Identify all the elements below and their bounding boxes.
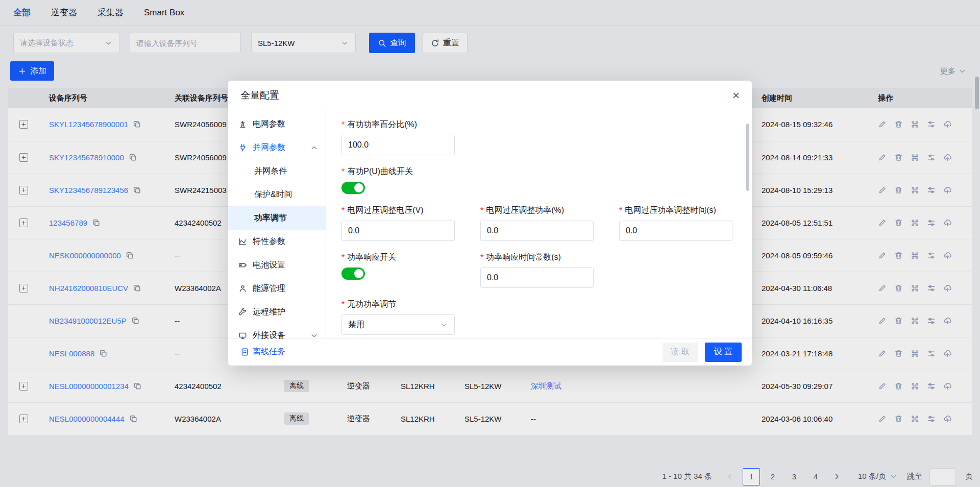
menu-item-label: 并网参数: [253, 142, 285, 153]
menu-item-label: 特性参数: [253, 236, 285, 247]
required-mark: *: [341, 206, 345, 215]
menu-item-label: 外接设备: [253, 330, 285, 341]
config-menu-item[interactable]: 并网条件: [228, 159, 326, 183]
remote-maintenance-icon: [238, 308, 247, 316]
required-mark: *: [480, 253, 483, 262]
field-label: 有功P(U)曲线开关: [347, 166, 413, 177]
config-menu-item[interactable]: 保护&时间: [228, 183, 326, 206]
switch-knob: [354, 183, 363, 192]
form-row: * 功率响应开关 * 功率响应时间常数(s): [341, 252, 737, 288]
power-response-time-input[interactable]: [480, 267, 594, 288]
field-pu-curve-switch: * 有功P(U)曲线开关: [341, 166, 480, 194]
ov-voltage-input[interactable]: [341, 221, 455, 241]
chevron-up-icon: [310, 143, 318, 152]
config-menu-item[interactable]: 外接设备: [228, 324, 326, 347]
field-label: 电网过压调整电压(V): [347, 205, 423, 216]
chevron-down-icon: [439, 321, 448, 329]
offline-task-link[interactable]: 离线任务: [240, 347, 285, 357]
active-power-pct-input[interactable]: [341, 135, 455, 155]
reactive-power-select[interactable]: 禁用: [341, 314, 455, 335]
document-icon: [240, 348, 249, 356]
form-row: * 有功P(U)曲线开关: [341, 166, 737, 194]
menu-item-label: 并网条件: [254, 166, 287, 177]
field-ov-voltage: * 电网过压调整电压(V): [341, 205, 480, 241]
modal-scrollbar[interactable]: [746, 124, 749, 191]
offline-task-label: 离线任务: [253, 347, 285, 357]
menu-item-label: 电网参数: [253, 119, 285, 130]
power-response-switch[interactable]: [341, 267, 365, 280]
menu-item-label: 功率调节: [254, 213, 287, 224]
ov-time-input[interactable]: [619, 221, 732, 241]
required-mark: *: [341, 253, 345, 262]
menu-item-label: 远程维护: [253, 307, 285, 318]
config-menu-item[interactable]: 并网参数: [228, 136, 326, 159]
set-button[interactable]: 设 置: [705, 343, 742, 362]
field-label: 无功功率调节: [347, 299, 396, 310]
chevron-down-icon: [310, 331, 318, 340]
field-ov-power: * 电网过压调整功率(%): [480, 205, 619, 241]
menu-item-label: 保护&时间: [254, 189, 292, 200]
full-config-modal: 全量配置 × 电网参数并网参数并网条件保护&时间功率调节特性参数电池设置能源管理…: [228, 81, 752, 366]
field-label: 电网过压调整功率(%): [486, 205, 564, 216]
field-power-response-time: * 功率响应时间常数(s): [480, 252, 619, 288]
energy-icon: [238, 284, 247, 293]
field-power-response-switch: * 功率响应开关: [341, 252, 480, 288]
close-icon[interactable]: ×: [732, 89, 740, 102]
config-form: * 有功功率百分比(%) * 有功P(U)曲线开关: [326, 110, 752, 338]
config-menu-item[interactable]: 远程维护: [228, 300, 326, 324]
grid-connection-icon: [238, 143, 247, 152]
field-label: 功率响应开关: [347, 252, 396, 263]
field-reactive-power: * 无功功率调节 禁用: [341, 299, 480, 335]
config-menu-item[interactable]: 特性参数: [228, 230, 326, 253]
config-menu-item[interactable]: 电池设置: [228, 253, 326, 277]
config-menu-item[interactable]: 功率调节: [228, 206, 326, 230]
required-mark: *: [341, 167, 345, 177]
config-menu-item[interactable]: 电网参数: [228, 112, 326, 136]
external-device-icon: [238, 331, 247, 340]
required-mark: *: [619, 206, 622, 215]
reactive-power-value: 禁用: [348, 320, 364, 330]
menu-item-label: 能源管理: [253, 283, 285, 294]
field-ov-time: * 电网过压功率调整时间(s): [619, 205, 752, 241]
modal-header: 全量配置 ×: [228, 81, 752, 110]
field-label: 有功功率百分比(%): [347, 119, 417, 130]
form-row: * 电网过压调整电压(V) * 电网过压调整功率(%) * 电网过压功率调整: [341, 205, 737, 241]
required-mark: *: [341, 300, 345, 309]
ov-power-input[interactable]: [480, 221, 594, 241]
form-row: * 无功功率调节 禁用: [341, 299, 737, 335]
field-label: 功率响应时间常数(s): [486, 252, 561, 263]
required-mark: *: [341, 120, 345, 130]
menu-item-label: 电池设置: [253, 260, 285, 271]
modal-title: 全量配置: [240, 89, 279, 102]
grid-params-icon: [238, 120, 247, 129]
switch-knob: [354, 269, 363, 278]
pu-curve-switch[interactable]: [341, 182, 365, 194]
form-row: * 有功功率百分比(%): [341, 119, 737, 155]
field-label: 电网过压功率调整时间(s): [625, 205, 716, 216]
modal-body: 电网参数并网参数并网条件保护&时间功率调节特性参数电池设置能源管理远程维护外接设…: [228, 110, 752, 338]
read-button[interactable]: 读 取: [663, 343, 697, 362]
battery-icon: [238, 261, 247, 270]
config-menu-item[interactable]: 能源管理: [228, 277, 326, 300]
field-active-power-pct: * 有功功率百分比(%): [341, 119, 480, 155]
config-menu: 电网参数并网参数并网条件保护&时间功率调节特性参数电池设置能源管理远程维护外接设…: [228, 110, 326, 338]
characteristic-icon: [238, 237, 247, 246]
required-mark: *: [480, 206, 483, 215]
